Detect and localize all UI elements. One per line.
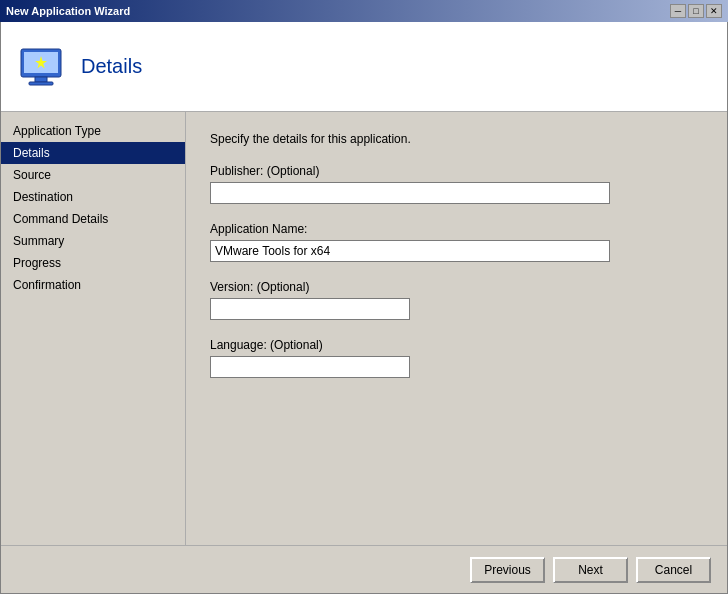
dialog: Details Application Type Details Source … <box>0 22 728 594</box>
dialog-header-title: Details <box>81 55 142 78</box>
main-description: Specify the details for this application… <box>210 132 703 146</box>
minimize-button[interactable]: ─ <box>670 4 686 18</box>
language-input[interactable] <box>210 356 410 378</box>
wizard-icon <box>17 43 65 91</box>
sidebar-item-destination[interactable]: Destination <box>1 186 185 208</box>
app-name-label: Application Name: <box>210 222 703 236</box>
window-title: New Application Wizard <box>6 5 130 17</box>
app-name-input[interactable] <box>210 240 610 262</box>
dialog-header: Details <box>1 22 727 112</box>
dialog-footer: Previous Next Cancel <box>1 545 727 593</box>
close-button[interactable]: ✕ <box>706 4 722 18</box>
svg-rect-3 <box>29 82 53 85</box>
previous-button[interactable]: Previous <box>470 557 545 583</box>
dialog-body: Application Type Details Source Destinat… <box>1 112 727 545</box>
title-bar: New Application Wizard ─ □ ✕ <box>0 0 728 22</box>
main-content: Specify the details for this application… <box>186 112 727 545</box>
next-button[interactable]: Next <box>553 557 628 583</box>
language-field-group: Language: (Optional) <box>210 338 703 378</box>
version-input[interactable] <box>210 298 410 320</box>
sidebar-item-command-details[interactable]: Command Details <box>1 208 185 230</box>
language-label: Language: (Optional) <box>210 338 703 352</box>
cancel-button[interactable]: Cancel <box>636 557 711 583</box>
sidebar-item-progress[interactable]: Progress <box>1 252 185 274</box>
version-label: Version: (Optional) <box>210 280 703 294</box>
publisher-label: Publisher: (Optional) <box>210 164 703 178</box>
sidebar-item-application-type[interactable]: Application Type <box>1 120 185 142</box>
app-name-field-group: Application Name: <box>210 222 703 262</box>
window-controls: ─ □ ✕ <box>670 4 722 18</box>
sidebar: Application Type Details Source Destinat… <box>1 112 186 545</box>
sidebar-item-confirmation[interactable]: Confirmation <box>1 274 185 296</box>
maximize-button[interactable]: □ <box>688 4 704 18</box>
publisher-input[interactable] <box>210 182 610 204</box>
sidebar-item-summary[interactable]: Summary <box>1 230 185 252</box>
version-field-group: Version: (Optional) <box>210 280 703 320</box>
sidebar-item-source[interactable]: Source <box>1 164 185 186</box>
publisher-field-group: Publisher: (Optional) <box>210 164 703 204</box>
sidebar-item-details[interactable]: Details <box>1 142 185 164</box>
svg-rect-2 <box>35 77 47 82</box>
